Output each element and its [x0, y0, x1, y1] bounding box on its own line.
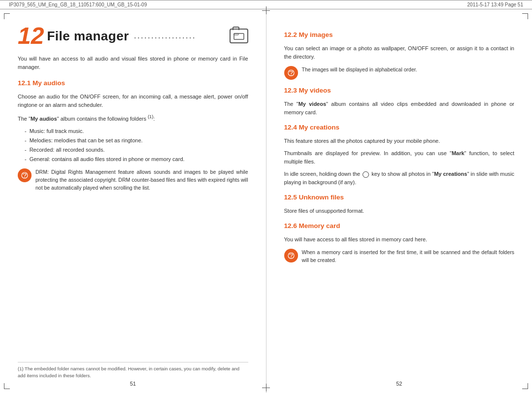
- header-right: 2011-5-17 13:49 Page 51: [467, 2, 523, 7]
- drm-notice: DRM: Digital Rights Management feature a…: [18, 168, 248, 192]
- my-videos-bold: My videos: [299, 101, 326, 107]
- chapter-title: File manager: [47, 26, 129, 46]
- footnote-section: (1) The embedded folder names cannot be …: [18, 362, 248, 379]
- section-12-5-para: Store files of unsupported format.: [284, 207, 515, 215]
- bullet-item-4-text: General: contains all audio files stored…: [30, 155, 185, 164]
- section-12-2-heading: 12.2 My images: [284, 30, 515, 40]
- my-creations-bold: My creations: [434, 171, 467, 177]
- header-left: IP3079_565_UM_Eng_GB_18_110517:600_UM_GB…: [9, 2, 147, 7]
- bullet-item-2-text: Melodies: melodies that can be set as ri…: [30, 136, 143, 145]
- images-notice-icon: [284, 66, 298, 80]
- bullet-item-3: Recorded: all recorded sounds.: [25, 146, 248, 154]
- bullet-item-4: General: contains all audio files stored…: [25, 155, 248, 164]
- corner-mark-tl: [4, 13, 13, 22]
- top-cross: [262, 6, 270, 14]
- my-audios-bold: My audios: [31, 116, 57, 122]
- bullet-item-1: Music: full track music.: [25, 127, 248, 135]
- svg-point-5: [291, 75, 292, 76]
- section-12-4-para3: In idle screen, holding down the key to …: [284, 170, 515, 187]
- section-12-4-para1: This feature stores all the photos captu…: [284, 137, 515, 145]
- chapter-heading: 12 File manager ..................: [18, 24, 248, 48]
- memory-notice: When a memory card is inserted for the f…: [284, 249, 515, 264]
- corner-mark-tr: [519, 13, 528, 22]
- svg-rect-1: [234, 33, 238, 35]
- bullet-item-1-text: Music: full track music.: [30, 127, 84, 135]
- page-number-left: 51: [0, 380, 266, 388]
- section-12-6-heading: 12.6 Memory card: [284, 221, 515, 231]
- section-12-1-para1: Choose an audio for the ON/OFF screen, f…: [18, 93, 248, 109]
- memory-notice-icon: [284, 249, 298, 262]
- section-12-4-heading: 12.4 My creations: [284, 123, 515, 133]
- section-12-3-heading: 12.3 My videos: [284, 86, 515, 96]
- section-12-5-heading: 12.5 Unknown files: [284, 193, 515, 203]
- section-12-1-heading: 12.1 My audios: [18, 78, 248, 89]
- images-notice-text: The images will be displayed in alphabet…: [302, 66, 515, 74]
- mark-bold: Mark: [452, 150, 465, 156]
- bottom-cross: [262, 384, 270, 392]
- page-right: 12.2 My images You can select an image o…: [266, 9, 532, 393]
- page-number-right: 52: [266, 380, 532, 388]
- section-12-2-para: You can select an image or a photo as wa…: [284, 44, 515, 61]
- drm-notice-icon: [18, 168, 32, 182]
- drm-notice-text: DRM: Digital Rights Management feature a…: [35, 168, 248, 192]
- page-left: 12 File manager .................. You w…: [0, 9, 266, 393]
- svg-point-3: [24, 177, 25, 178]
- section-12-3-para: The "My videos" album contains all video…: [284, 100, 515, 117]
- section-12-4-para2: Thumbnails are displayed for preview. In…: [284, 149, 515, 166]
- page-spread: IP3079_565_UM_Eng_GB_18_110517:600_UM_GB…: [0, 0, 532, 393]
- images-notice: The images will be displayed in alphabet…: [284, 66, 515, 80]
- file-manager-icon: [230, 29, 248, 43]
- footnote-text: (1) The embedded folder names cannot be …: [18, 365, 248, 379]
- bullet-item-3-text: Recorded: all recorded sounds.: [30, 146, 105, 154]
- chapter-number: 12: [18, 24, 44, 48]
- intro-text: You will have an access to all audio and…: [18, 55, 248, 71]
- key-circle-icon: [363, 171, 369, 178]
- bullet-list: Music: full track music. Melodies: melod…: [25, 127, 248, 164]
- bullet-item-2: Melodies: melodies that can be set as ri…: [25, 136, 248, 145]
- memory-notice-text: When a memory card is inserted for the f…: [302, 249, 515, 264]
- chapter-dots: ..................: [134, 29, 230, 43]
- section-12-1-para2: The "My audios" album contains the follo…: [18, 113, 248, 123]
- section-12-6-para: You will have access to all files stored…: [284, 235, 515, 244]
- svg-rect-0: [234, 33, 244, 39]
- pages-container: 12 File manager .................. You w…: [0, 9, 532, 393]
- svg-point-7: [291, 258, 292, 259]
